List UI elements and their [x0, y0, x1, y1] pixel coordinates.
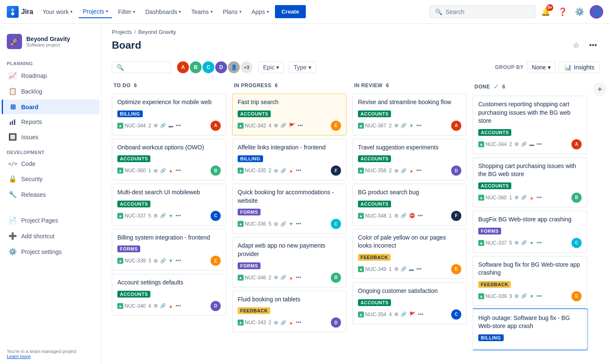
add-column-button[interactable]: + — [593, 83, 607, 96]
assignee-avatar[interactable]: A — [451, 121, 461, 131]
group-by-select[interactable]: None ▾ — [527, 61, 555, 73]
task-card[interactable]: Revise and streamline booking flowACCOUN… — [352, 94, 467, 135]
more-options-icon[interactable]: ••• — [296, 275, 302, 281]
more-avatars[interactable]: +3 — [240, 61, 253, 74]
learn-more-link[interactable]: Learn more — [7, 354, 94, 359]
sidebar-item-code[interactable]: </> Code — [2, 157, 100, 171]
breadcrumb-projects[interactable]: Projects — [112, 29, 132, 35]
sidebar-item-board[interactable]: ⊞ Board — [2, 99, 100, 114]
more-options-button[interactable]: ••• — [586, 39, 600, 52]
assignee-avatar[interactable]: C — [331, 219, 341, 229]
task-card[interactable]: Software bug fix for BG Web-store app cr… — [473, 256, 587, 306]
nav-filter[interactable]: Filter ▾ — [114, 6, 139, 18]
search-bar[interactable]: 🔍 Search — [430, 6, 535, 18]
more-options-icon[interactable]: ••• — [176, 303, 181, 309]
board-search-input[interactable] — [126, 64, 166, 71]
assignee-avatar[interactable]: C — [571, 238, 582, 248]
assignee-avatar[interactable]: E — [571, 291, 582, 301]
nav-teams[interactable]: Teams ▾ — [187, 6, 216, 18]
task-card[interactable]: Color of pale yellow on our pages looks … — [352, 229, 467, 279]
board-search[interactable]: 🔍 — [112, 61, 171, 73]
more-options-icon[interactable]: ••• — [418, 213, 423, 219]
assignee-avatar[interactable]: E — [331, 121, 341, 131]
sidebar-item-backlog[interactable]: 📋 Backlog — [2, 84, 100, 99]
assignee-avatar[interactable]: E — [451, 264, 461, 274]
settings-button[interactable]: ⚙️ — [573, 5, 586, 19]
assignee-avatar[interactable]: B — [331, 273, 341, 283]
sidebar-item-reports[interactable]: Reports — [2, 115, 100, 129]
more-options-icon[interactable]: ••• — [296, 320, 302, 325]
more-options-icon[interactable]: ••• — [418, 312, 424, 317]
more-options-icon[interactable]: ••• — [296, 221, 302, 227]
more-options-icon[interactable]: ••• — [176, 168, 181, 174]
task-card[interactable]: Account settings defaultsACCOUNTS ▲ NUC-… — [112, 274, 226, 316]
assignee-avatar[interactable]: A — [211, 121, 221, 131]
more-options-icon[interactable]: ••• — [176, 123, 181, 129]
task-card[interactable]: Customers reporting shopping cart purcha… — [473, 96, 587, 154]
more-options-icon[interactable]: ••• — [176, 213, 181, 219]
task-card[interactable]: High outage: Software bug fix - BG Web-s… — [473, 309, 587, 349]
task-card[interactable]: Quick booking for accommodations - websi… — [232, 184, 347, 234]
assignee-avatar[interactable]: B — [571, 193, 582, 203]
nav-yourwork[interactable]: Your work ▾ — [38, 6, 77, 18]
sidebar-item-project-pages[interactable]: 📄 Project Pages — [2, 213, 100, 228]
more-options-icon[interactable]: ••• — [298, 123, 303, 129]
more-options-icon[interactable]: ••• — [296, 168, 302, 174]
task-card[interactable]: Affelite links integration - frontendBIL… — [232, 139, 347, 181]
more-options-icon[interactable]: ••• — [537, 293, 542, 299]
avatar-filter-1[interactable]: B — [189, 61, 202, 74]
help-button[interactable]: ❓ — [556, 5, 569, 19]
task-card[interactable]: BugFix BG Web-store app crashingFORMS ▲ … — [473, 211, 587, 253]
assignee-avatar[interactable]: A — [571, 139, 582, 149]
sidebar-item-issues[interactable]: 🔲 Issues — [2, 130, 100, 144]
nav-dashboards[interactable]: Dashboards ▾ — [141, 6, 186, 18]
task-card[interactable]: Travel suggestion experimentsACCOUNTS ▲ … — [352, 139, 467, 181]
task-card[interactable]: Multi-dest search UI mobilewebACCOUNTS ▲… — [112, 184, 226, 226]
breadcrumb-project[interactable]: Beyond Gravity — [139, 29, 176, 35]
more-options-icon[interactable]: ••• — [416, 123, 422, 129]
logo[interactable]: Jira — [7, 6, 33, 18]
avatar-filter-0[interactable]: A — [176, 61, 190, 74]
avatar-filter-3[interactable]: D — [214, 61, 228, 74]
task-card[interactable]: BG product search bugACCOUNTS ▲ NUC-348 … — [352, 184, 467, 226]
task-card[interactable]: Shopping cart purchasing issues with the… — [473, 157, 587, 207]
task-card[interactable]: Onboard workout options (OWO)ACCOUNTS ▲ … — [112, 139, 226, 181]
epic-filter[interactable]: Epic ▾ — [258, 61, 284, 73]
type-filter[interactable]: Type ▾ — [289, 61, 316, 73]
insights-button[interactable]: 📊 Insights — [559, 61, 600, 73]
task-card[interactable]: Billing system integration - frontendFOR… — [112, 229, 226, 271]
assignee-avatar[interactable]: B — [211, 165, 221, 176]
task-card[interactable]: Ongoing customer satisfactionACCOUNTS ▲ … — [352, 282, 467, 324]
avatar-filter-2[interactable]: C — [202, 61, 215, 74]
assignee-avatar[interactable]: F — [331, 165, 341, 176]
task-card[interactable]: Optimize experience for mobile webBILLIN… — [112, 94, 226, 135]
nav-projects[interactable]: Projects ▾ — [78, 6, 112, 18]
more-options-icon[interactable]: ••• — [176, 258, 181, 264]
more-options-icon[interactable]: ••• — [416, 266, 422, 272]
assignee-avatar[interactable]: D — [211, 301, 221, 311]
sidebar-item-project-settings[interactable]: ⚙️ Project settings — [2, 244, 100, 259]
task-card[interactable]: Fluid booking on tabletsFEEDBACK ▲ NUC-3… — [232, 291, 347, 333]
more-options-icon[interactable]: ••• — [537, 141, 542, 147]
sidebar-item-add-shortcut[interactable]: ➕ Add shortcut — [2, 229, 100, 243]
assignee-avatar[interactable]: C — [211, 211, 221, 221]
more-options-icon[interactable]: ••• — [537, 195, 542, 201]
assignee-avatar[interactable]: D — [331, 317, 341, 328]
nav-plans[interactable]: Plans ▾ — [219, 6, 246, 18]
assignee-avatar[interactable]: F — [451, 211, 461, 221]
more-options-icon[interactable]: ••• — [416, 168, 422, 174]
avatar-filter-4[interactable]: 👤 — [227, 61, 241, 74]
assignee-avatar[interactable]: C — [451, 309, 461, 320]
sidebar-item-security[interactable]: 🔒 Security — [2, 171, 100, 186]
star-button[interactable]: ☆ — [569, 39, 583, 52]
sidebar-item-roadmap[interactable]: 📈 Roadmap — [2, 68, 100, 83]
user-avatar[interactable]: 👤 — [590, 5, 603, 19]
task-card[interactable]: Fast trip searchACCOUNTS ▲ NUC-342 4 ⊞ 🔗… — [232, 94, 347, 135]
create-button[interactable]: Create — [275, 5, 306, 18]
assignee-avatar[interactable]: E — [211, 256, 221, 266]
sidebar-item-releases[interactable]: 🔧 Releases — [2, 187, 100, 202]
task-card[interactable]: Adapt web app no new payments providerFO… — [232, 237, 347, 287]
nav-apps[interactable]: Apps ▾ — [247, 6, 273, 18]
more-options-icon[interactable]: ••• — [537, 240, 542, 246]
notifications-button[interactable]: 🔔 9+ — [539, 5, 552, 19]
